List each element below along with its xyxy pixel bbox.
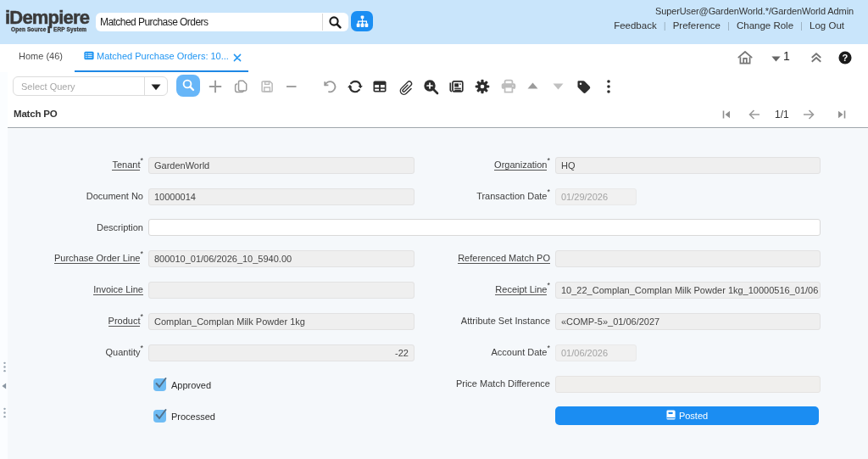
svg-text:?: ?	[843, 53, 849, 63]
